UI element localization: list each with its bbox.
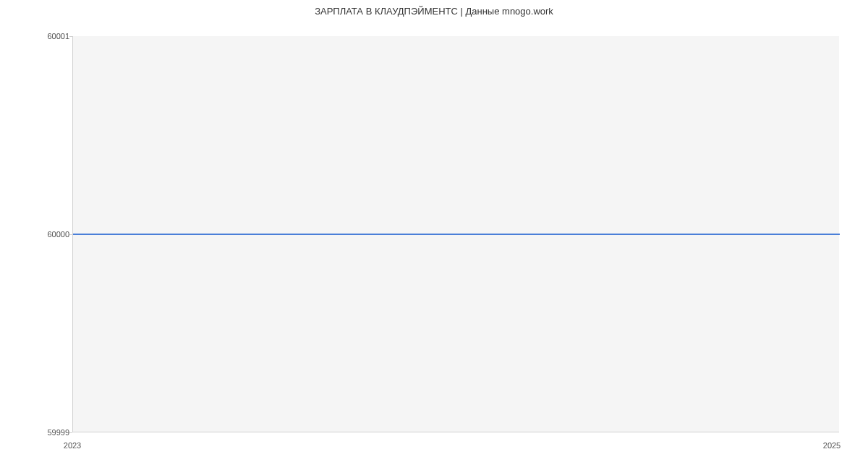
data-line (73, 234, 840, 235)
y-tick-label: 60001 (47, 32, 69, 40)
chart-title: ЗАРПЛАТА В КЛАУДПЭЙМЕНТС | Данные mnogo.… (0, 6, 868, 17)
y-tick-line (69, 36, 72, 37)
x-tick-label: 2023 (64, 441, 81, 450)
plot-area (72, 36, 839, 432)
y-tick-label: 59999 (47, 428, 69, 437)
x-tick-label: 2025 (823, 441, 841, 450)
y-tick-label: 60000 (47, 230, 69, 239)
y-tick-line (69, 234, 72, 235)
y-tick-line (69, 432, 72, 433)
